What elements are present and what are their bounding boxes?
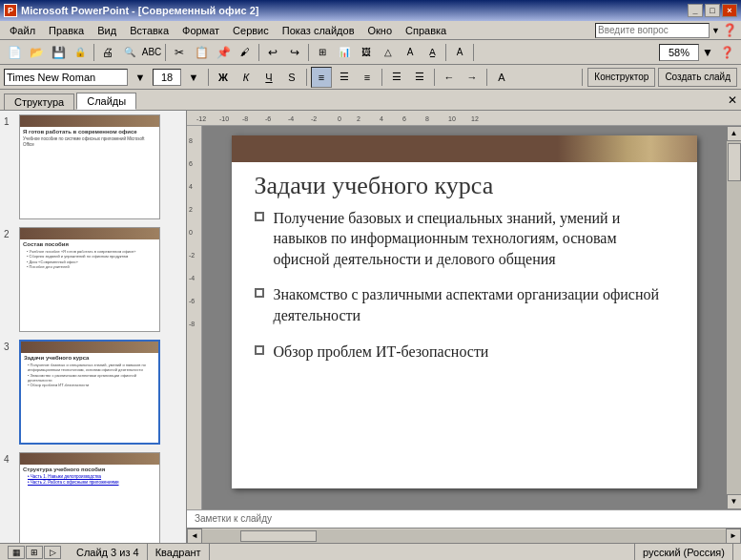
tab-slides[interactable]: Слайды [76, 93, 136, 110]
slide-thumb-1[interactable]: Я готов работать в современном офисе Уче… [19, 114, 160, 219]
save-button[interactable]: 💾 [48, 42, 69, 63]
svg-text:10: 10 [448, 115, 456, 122]
search-arrow-icon[interactable]: ▼ [711, 26, 720, 35]
menu-tools[interactable]: Сервис [227, 23, 275, 38]
insert-clip[interactable]: 🖼 [356, 42, 377, 63]
svg-text:8: 8 [189, 137, 193, 144]
panel-close-button[interactable]: ✕ [728, 93, 737, 110]
indent-increase[interactable]: → [462, 67, 483, 88]
strikethrough-button[interactable]: S [281, 67, 302, 88]
thumb-header-2 [20, 228, 159, 239]
italic-button[interactable]: К [236, 67, 257, 88]
close-button[interactable]: × [722, 4, 737, 17]
slide-item-3[interactable]: 3 Задачи учебного курса • Получение базо… [4, 340, 182, 445]
align-right-button[interactable]: ≡ [357, 67, 378, 88]
menu-help[interactable]: Справка [400, 23, 452, 38]
font-size-input[interactable]: 18 [153, 69, 181, 86]
sep4 [308, 44, 309, 61]
zoom-input[interactable]: 58% [659, 44, 699, 61]
numbered-button[interactable]: ☰ [409, 67, 430, 88]
font-name-arrow[interactable]: ▼ [130, 67, 151, 88]
insert-chart[interactable]: 📊 [334, 42, 355, 63]
slideshow-button[interactable]: ▷ [44, 546, 61, 559]
svg-text:6: 6 [189, 160, 193, 167]
h-scroll-thumb[interactable] [240, 530, 317, 542]
slide-item-4[interactable]: 4 Структура учебного пособия • Часть 1. … [4, 452, 182, 543]
maximize-button[interactable]: □ [705, 4, 720, 17]
slide-bullet-3: Обзор проблем ИТ-безопасности [255, 342, 674, 363]
spell-button[interactable]: ABC [141, 42, 162, 63]
scroll-down-button[interactable]: ▼ [727, 494, 742, 509]
slide-sorter-button[interactable]: ⊞ [26, 546, 43, 559]
paste-button[interactable]: 📌 [213, 42, 234, 63]
scrollbar-vertical: ▲ ▼ [726, 126, 741, 509]
scroll-left-button[interactable]: ◄ [187, 529, 202, 544]
insert-shape[interactable]: △ [378, 42, 399, 63]
scrollbar-horizontal: ◄ ► [187, 528, 741, 543]
menu-format[interactable]: Формат [176, 23, 225, 38]
scroll-right-button[interactable]: ► [726, 529, 741, 544]
cut-button[interactable]: ✂ [169, 42, 190, 63]
tab-structure[interactable]: Структура [4, 93, 74, 110]
print-button[interactable]: 🖨 [97, 42, 118, 63]
right-toolbar-buttons: Конструктор Создать слайд [580, 68, 737, 87]
bullets-button[interactable]: ☰ [386, 67, 407, 88]
open-button[interactable]: 📂 [26, 42, 47, 63]
zoom-arrow[interactable]: ▼ [702, 42, 713, 63]
new-slide-button[interactable]: Создать слайд [658, 68, 737, 87]
scroll-track[interactable] [727, 141, 741, 494]
normal-view-button[interactable]: ▦ [8, 546, 25, 559]
insert-table[interactable]: ⊞ [312, 42, 333, 63]
font-color-a[interactable]: A [491, 67, 512, 88]
indent-decrease[interactable]: ← [439, 67, 460, 88]
menu-edit[interactable]: Правка [43, 23, 90, 38]
underline-button[interactable]: Ч [258, 67, 279, 88]
new-button[interactable]: 📄 [4, 42, 25, 63]
thumb-header-3 [21, 342, 158, 353]
window-controls[interactable]: _ □ × [688, 4, 737, 17]
slide-info: Слайд 3 из 4 [69, 544, 148, 560]
slide-thumb-2[interactable]: Состав пособия • Учебное пособие «Я гото… [19, 227, 160, 332]
slides-list: 1 Я готов работать в современном офисе У… [0, 111, 186, 543]
format-painter[interactable]: 🖌 [235, 42, 256, 63]
slides-panel: 1 Я готов работать в современном офисе У… [0, 111, 187, 543]
help-question[interactable]: ❓ [716, 42, 737, 63]
font-name-input[interactable]: Times New Roman [4, 69, 128, 86]
minimize-button[interactable]: _ [688, 4, 703, 17]
font-color-btn[interactable]: A [449, 42, 470, 63]
design-button[interactable]: Конструктор [587, 68, 655, 87]
menu-insert[interactable]: Вставка [124, 23, 175, 38]
menu-window[interactable]: Окно [362, 23, 399, 38]
redo-button[interactable]: ↪ [284, 42, 305, 63]
thumb-link-2[interactable]: • Часть 2. Работа с офисными приложениям… [23, 480, 156, 486]
insert-wordart[interactable]: A̲ [422, 42, 443, 63]
font-size-arrow[interactable]: ▼ [183, 67, 204, 88]
insert-text[interactable]: A [400, 42, 421, 63]
slide-number-3: 3 [4, 342, 15, 352]
h-scroll-track[interactable] [202, 529, 726, 543]
menu-file[interactable]: Файл [4, 23, 41, 38]
fmt-sep1 [208, 69, 209, 86]
help-search-input[interactable] [595, 23, 710, 38]
scroll-thumb[interactable] [728, 143, 741, 181]
slide-thumb-3[interactable]: Задачи учебного курса • Получение базовы… [19, 340, 160, 445]
slide-item-2[interactable]: 2 Состав пособия • Учебное пособие «Я го… [4, 227, 182, 332]
permission-button[interactable]: 🔒 [70, 42, 91, 63]
align-left-button[interactable]: ≡ [311, 67, 332, 88]
help-icon[interactable]: ❓ [722, 23, 737, 37]
scroll-up-button[interactable]: ▲ [727, 126, 742, 141]
menu-slideshow[interactable]: Показ слайдов [277, 23, 360, 38]
bold-button[interactable]: Ж [213, 67, 234, 88]
align-center-button[interactable]: ☰ [334, 67, 355, 88]
menu-view[interactable]: Вид [92, 23, 122, 38]
preview-button[interactable]: 🔍 [119, 42, 140, 63]
undo-button[interactable]: ↩ [262, 42, 283, 63]
notes-area[interactable]: Заметки к слайду [187, 509, 741, 528]
copy-button[interactable]: 📋 [191, 42, 212, 63]
slide-item-1[interactable]: 1 Я готов работать в современном офисе У… [4, 114, 182, 219]
svg-text:12: 12 [471, 115, 479, 122]
main-slide[interactable]: Задачи учебного курса Получение базовых … [232, 135, 697, 488]
slide-thumb-4[interactable]: Структура учебного пособия • Часть 1. На… [19, 452, 160, 543]
bullet-square-1 [255, 212, 264, 221]
status-bar: ▦ ⊞ ▷ Слайд 3 из 4 Квадрант русский (Рос… [0, 543, 741, 560]
